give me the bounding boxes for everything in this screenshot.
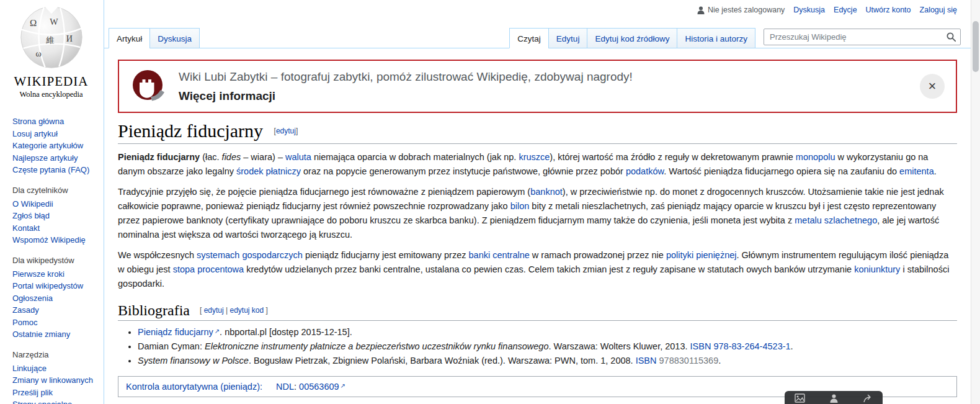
sidebar-wikipedians-list: Pierwsze kroki Portal wikipedystów Ogłos… bbox=[12, 268, 100, 341]
sidebar-section-title: Dla wikipedystów bbox=[12, 256, 100, 265]
text-link[interactable]: systemach gospodarczych bbox=[197, 250, 303, 260]
sidebar-item-zmiany-w-linkowanych[interactable]: Zmiany w linkowanych bbox=[12, 375, 93, 385]
share-icon[interactable] bbox=[863, 393, 873, 403]
article-paragraph: Tradycyjnie przyjęło się, że pojęcie pie… bbox=[118, 185, 957, 242]
wiki-lubi-zabytki-logo bbox=[130, 68, 166, 104]
sidebar-item-ogloszenia[interactable]: Ogłoszenia bbox=[12, 294, 53, 303]
overlay-toolbar[interactable] bbox=[785, 391, 883, 404]
section-heading-bibliografia: Bibliografia [ edytuj | edytuj kod ] bbox=[118, 302, 957, 321]
tab-edytuj-kod-zrodlowy[interactable]: Edytuj kod źródłowy bbox=[587, 28, 677, 48]
bibliography-item: System finansowy w Polsce. Bogusław Piet… bbox=[138, 354, 957, 367]
sidebar-section-title: Narzędzia bbox=[12, 350, 100, 359]
text-link[interactable]: ISBN bbox=[636, 356, 657, 366]
content-area: Nie jesteś zalogowany Dyskusja Edycje Ut… bbox=[104, 0, 971, 404]
wikipedia-logo[interactable]: Ω W И 維 ω WIKIPEDIA Wolna encyklopedia bbox=[0, 0, 102, 99]
text-link[interactable]: monopolu bbox=[796, 152, 835, 162]
tab-czytaj[interactable]: Czytaj bbox=[509, 28, 549, 48]
text-link[interactable]: kruszce bbox=[519, 152, 550, 162]
svg-text:W: W bbox=[50, 17, 58, 27]
tab-artykul[interactable]: Artykuł bbox=[109, 28, 150, 48]
text-link[interactable]: metalu szlachetnego bbox=[795, 215, 877, 225]
article: Pieniądz fiducjarny [edytuj] Pieniądz fi… bbox=[104, 120, 971, 404]
sidebar-item-losuj-artykul[interactable]: Losuj artykuł bbox=[12, 129, 58, 138]
text-link[interactable]: Pieniądz fiducjarny bbox=[138, 327, 220, 337]
user-icon bbox=[697, 6, 705, 14]
wikipedia-tagline: Wolna encyklopedia bbox=[0, 90, 102, 99]
article-paragraph: We współczesnych systemach gospodarczych… bbox=[118, 248, 957, 291]
tab-dyskusja[interactable]: Dyskusja bbox=[149, 28, 200, 48]
sidebar-item-strony-specjalne[interactable]: Strony specjalne bbox=[12, 400, 72, 404]
text-link[interactable]: 00563609 bbox=[299, 382, 345, 392]
sidebar-tools-list: Linkujące Zmiany w linkowanych Prześlij … bbox=[12, 362, 100, 404]
banner-message: Wiki Lubi Zabytki – fotografuj zabytki, … bbox=[179, 69, 633, 84]
text-link[interactable]: NDL bbox=[276, 382, 294, 392]
personal-link-utworz-konto[interactable]: Utwórz konto bbox=[866, 6, 911, 14]
personal-link-edycje[interactable]: Edycje bbox=[834, 6, 857, 14]
section-edit-links[interactable]: [ edytuj | edytuj kod ] bbox=[200, 306, 268, 315]
personal-bar: Nie jesteś zalogowany Dyskusja Edycje Ut… bbox=[697, 6, 957, 14]
banner-text: Wiki Lubi Zabytki – fotografuj zabytki, … bbox=[179, 69, 633, 104]
sidebar-item-wspomoz-wikipedie[interactable]: Wspomóż Wikipedię bbox=[12, 235, 86, 245]
text-link[interactable]: polityki pieniężnej bbox=[666, 250, 737, 260]
image-icon[interactable] bbox=[795, 393, 805, 403]
text-link[interactable]: podatków bbox=[626, 166, 664, 176]
bibliography-item: Pieniądz fiducjarny. nbportal.pl [dostęp… bbox=[138, 325, 957, 338]
authority-control-link[interactable]: Kontrola autorytatywna (pieniądz): bbox=[126, 382, 267, 392]
search-input[interactable] bbox=[764, 29, 961, 45]
puzzle-globe-icon: Ω W И 維 ω bbox=[19, 5, 84, 70]
text-link[interactable]: edytuj bbox=[204, 306, 224, 315]
page-title: Pieniądz fiducjarny [edytuj] bbox=[118, 120, 957, 144]
bibliography-list: Pieniądz fiducjarny. nbportal.pl [dostęp… bbox=[118, 325, 957, 367]
scrollbar-thumb[interactable] bbox=[973, 21, 979, 72]
text-link[interactable]: banki centralne bbox=[469, 250, 530, 260]
sidebar-section-title: Dla czytelników bbox=[12, 186, 100, 195]
sidebar-item-zglos-blad[interactable]: Zgłoś błąd bbox=[12, 211, 50, 220]
personal-link-dyskusja[interactable]: Dyskusja bbox=[793, 6, 825, 14]
text-link[interactable]: emitenta bbox=[899, 166, 934, 176]
search-box bbox=[764, 29, 961, 45]
text-link[interactable]: edytuj bbox=[276, 127, 296, 135]
text-link[interactable]: waluta bbox=[285, 152, 311, 162]
text-link[interactable]: edytuj kod bbox=[229, 306, 264, 315]
site-notice-banner: Wiki Lubi Zabytki – fotografuj zabytki, … bbox=[118, 60, 957, 113]
sidebar-item-pierwsze-kroki[interactable]: Pierwsze kroki bbox=[12, 269, 65, 279]
sidebar-item-kategorie-artykulow[interactable]: Kategorie artykułów bbox=[12, 141, 83, 150]
sidebar-item-czeste-pytania[interactable]: Częste pytania (FAQ) bbox=[12, 165, 89, 174]
article-paragraph: Pieniądz fiducjarny (łac. fides – wiara)… bbox=[118, 150, 957, 179]
tab-historia-i-autorzy[interactable]: Historia i autorzy bbox=[677, 28, 755, 48]
text-link[interactable]: ISBN 978-83-264-4523-1 bbox=[690, 341, 791, 351]
text-link[interactable]: bilon bbox=[510, 201, 530, 211]
sidebar-item-o-wikipedii[interactable]: O Wikipedii bbox=[12, 199, 53, 209]
person-icon[interactable] bbox=[829, 393, 839, 403]
sidebar-item-ostatnie-zmiany[interactable]: Ostatnie zmiany bbox=[12, 330, 70, 339]
text-link[interactable]: stopa procentowa bbox=[173, 264, 244, 274]
text-link[interactable]: banknot bbox=[530, 187, 563, 197]
view-tabs: Czytaj Edytuj Edytuj kod źródłowy Histor… bbox=[509, 28, 971, 48]
sidebar-item-najlepsze-artykuly[interactable]: Najlepsze artykuły bbox=[12, 153, 78, 163]
sidebar-item-zasady[interactable]: Zasady bbox=[12, 305, 39, 315]
banner-close-button[interactable]: × bbox=[920, 74, 945, 99]
search-icon[interactable] bbox=[946, 32, 956, 44]
tab-edytuj[interactable]: Edytuj bbox=[548, 28, 588, 48]
text-link[interactable]: koniunktury bbox=[854, 264, 900, 274]
text-link[interactable]: środek płatniczy bbox=[236, 166, 301, 176]
title-edit-link[interactable]: [edytuj] bbox=[274, 127, 298, 135]
sidebar-item-przeslij-plik[interactable]: Prześlij plik bbox=[12, 388, 53, 397]
svg-text:И: И bbox=[66, 34, 72, 43]
svg-text:ω: ω bbox=[35, 48, 41, 58]
vertical-scrollbar[interactable] bbox=[971, 0, 980, 404]
login-status: Nie jesteś zalogowany bbox=[697, 6, 785, 14]
sidebar-nav: Strona główna Losuj artykuł Kategorie ar… bbox=[0, 99, 104, 404]
page: { "personal_bar": { "username_status": "… bbox=[0, 0, 980, 404]
sidebar-item-linkujace[interactable]: Linkujące bbox=[12, 364, 47, 373]
sidebar-item-strona-glowna[interactable]: Strona główna bbox=[12, 117, 64, 126]
sidebar-main-list: Strona główna Losuj artykuł Kategorie ar… bbox=[12, 115, 100, 176]
sidebar-item-portal-wikipedystow[interactable]: Portal wikipedystów bbox=[12, 281, 83, 290]
personal-link-zaloguj-sie[interactable]: Zaloguj się bbox=[920, 6, 957, 14]
sidebar-item-kontakt[interactable]: Kontakt bbox=[12, 223, 40, 233]
tab-strip: Artykuł Dyskusja Czytaj Edytuj Edytuj ko… bbox=[104, 28, 971, 48]
sidebar-item-pomoc[interactable]: Pomoc bbox=[12, 318, 37, 327]
sidebar-readers-list: O Wikipedii Zgłoś błąd Kontakt Wspomóż W… bbox=[12, 198, 100, 246]
svg-text:維: 維 bbox=[45, 35, 54, 45]
banner-more-info-link[interactable]: Więcej informacji bbox=[179, 88, 275, 104]
